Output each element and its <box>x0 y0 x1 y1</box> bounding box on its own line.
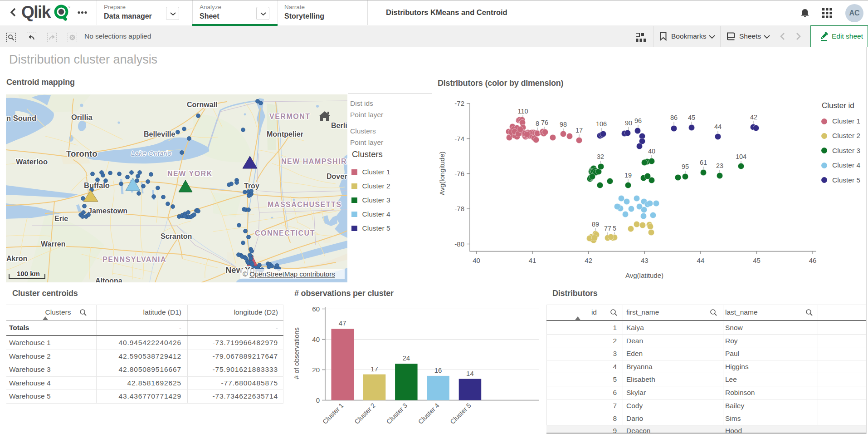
svg-text:40: 40 <box>648 148 655 155</box>
svg-text:Orillia: Orillia <box>71 113 93 121</box>
svg-text:Avg(longitude): Avg(longitude) <box>438 152 446 195</box>
svg-text:98: 98 <box>560 121 567 128</box>
svg-text:VERMONT: VERMONT <box>269 113 311 120</box>
svg-text:17: 17 <box>371 365 378 373</box>
svg-text:n Sound: n Sound <box>6 114 36 122</box>
svg-text:100 km: 100 km <box>17 270 40 277</box>
svg-text:Cluster 2: Cluster 2 <box>353 402 377 425</box>
svg-text:42: 42 <box>750 113 757 121</box>
svg-text:16: 16 <box>434 366 442 374</box>
svg-text:Cluster 1: Cluster 1 <box>321 402 345 425</box>
svg-text:5: 5 <box>613 225 616 232</box>
svg-text:89: 89 <box>592 221 599 228</box>
svg-text:PENNSYLVANIA: PENNSYLVANIA <box>102 256 166 263</box>
svg-text:40: 40 <box>312 335 320 343</box>
svg-text:Altoona: Altoona <box>95 277 122 282</box>
svg-text:Cluster 5: Cluster 5 <box>449 402 472 425</box>
svg-text:Cluster 4: Cluster 4 <box>417 402 440 425</box>
svg-text:-80: -80 <box>454 240 464 248</box>
svg-text:NEW YORK: NEW YORK <box>167 170 213 178</box>
svg-text:106: 106 <box>596 120 607 128</box>
svg-text:77: 77 <box>604 225 611 232</box>
svg-text:Avg(latitude): Avg(latitude) <box>625 271 663 279</box>
svg-text:45: 45 <box>753 256 761 264</box>
svg-text:NEW HAMPSHIRE: NEW HAMPSHIRE <box>281 158 347 165</box>
svg-text:90: 90 <box>625 119 632 127</box>
svg-text:45: 45 <box>688 114 695 121</box>
svg-text:104: 104 <box>736 153 746 160</box>
svg-text:-76: -76 <box>454 170 464 178</box>
svg-text:61: 61 <box>700 159 707 166</box>
svg-text:Toronto: Toronto <box>66 149 98 158</box>
svg-text:47: 47 <box>339 319 346 327</box>
svg-text:Cornwall: Cornwall <box>187 101 218 108</box>
svg-text:Akron: Akron <box>6 255 27 262</box>
svg-text:CONNECTICUT: CONNECTICUT <box>255 229 315 237</box>
svg-text:Lake Ontario: Lake Ontario <box>131 149 171 157</box>
svg-text:46: 46 <box>809 256 817 264</box>
svg-text:44: 44 <box>714 123 722 130</box>
svg-text:Erie: Erie <box>54 215 68 222</box>
svg-text:Montpelier: Montpelier <box>267 130 303 138</box>
svg-text:24: 24 <box>402 354 410 362</box>
svg-text:Cluster 3: Cluster 3 <box>385 402 409 425</box>
svg-text:-78: -78 <box>454 205 464 212</box>
svg-text:© OpenStreetMap contributors: © OpenStreetMap contributors <box>243 270 335 278</box>
svg-text:14: 14 <box>466 370 474 377</box>
svg-text:40: 40 <box>473 256 480 264</box>
svg-text:Waterloo: Waterloo <box>16 158 48 166</box>
svg-text:Jamestown: Jamestown <box>88 207 127 215</box>
svg-text:0: 0 <box>316 396 320 404</box>
svg-text:42: 42 <box>585 256 592 264</box>
svg-text:95: 95 <box>682 163 689 170</box>
svg-text:# of observations: # of observations <box>293 327 300 379</box>
svg-text:20: 20 <box>312 366 320 374</box>
svg-text:86: 86 <box>670 114 678 121</box>
svg-text:19: 19 <box>624 172 632 179</box>
svg-text:44: 44 <box>697 256 705 264</box>
svg-text:MASSACHUSETTS: MASSACHUSETTS <box>268 201 342 208</box>
svg-text:110: 110 <box>517 108 528 115</box>
svg-text:8: 8 <box>536 120 539 127</box>
svg-text:23: 23 <box>716 162 723 169</box>
svg-text:43: 43 <box>641 256 649 264</box>
svg-text:17: 17 <box>575 127 583 134</box>
svg-text:41: 41 <box>529 256 536 264</box>
svg-text:Belleville: Belleville <box>144 130 175 138</box>
svg-text:Troy: Troy <box>244 182 259 190</box>
svg-text:-74: -74 <box>454 135 464 143</box>
svg-text:96: 96 <box>634 117 642 124</box>
svg-text:Dover: Dover <box>327 173 347 180</box>
svg-text:32: 32 <box>597 153 604 160</box>
svg-text:Scranton: Scranton <box>161 232 192 240</box>
svg-text:Berlin: Berlin <box>331 122 347 129</box>
svg-text:60: 60 <box>312 305 320 313</box>
svg-text:-72: -72 <box>454 99 464 107</box>
svg-text:Warren: Warren <box>41 240 66 248</box>
svg-text:76: 76 <box>541 119 548 126</box>
